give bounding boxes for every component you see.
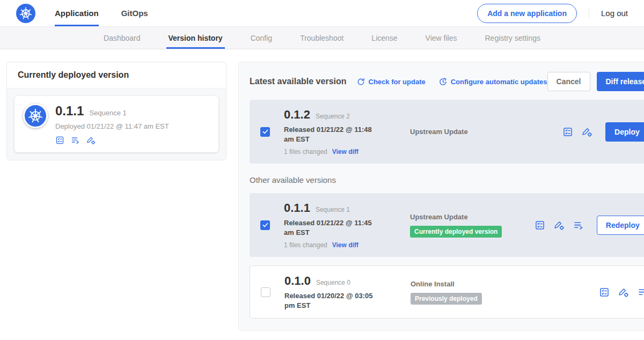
helm-wheel-icon [27,108,43,124]
cancel-button[interactable]: Cancel [547,72,590,91]
currently-deployed-title: Currently deployed version [7,62,226,88]
latest-version-header: Latest available version Check for updat… [250,72,644,91]
tab-license[interactable]: License [357,27,411,49]
diff-releases-button[interactable]: Diff releases [597,72,644,91]
deployed-version-details: 0.1.1 Sequence 1 Deployed 01/21/22 @ 11:… [55,104,169,145]
auto-update-clock-icon [438,77,448,86]
version-number: 0.1.0 [284,274,311,288]
files-changed-label: 1 files changed [284,241,327,249]
deployed-sequence: Sequence 1 [89,109,126,117]
view-diff-link[interactable]: View diff [332,241,358,249]
tab-version-history[interactable]: Version history [155,27,237,49]
version-actions [599,287,644,298]
view-diff-link[interactable]: View diff [332,148,358,156]
deployed-timestamp: Deployed 01/21/22 @ 11:47 am EST [55,122,169,130]
version-history-panel: Latest available version Check for updat… [238,62,644,331]
check-icon [262,128,269,135]
app-logo-badge [23,104,48,128]
main-content: Currently deployed version 0.1.1 Sequenc… [0,49,644,339]
version-released: Released 01/20/22 @ 03:05 pm EST [284,291,384,310]
check-for-update-label: Check for update [369,78,426,86]
config-edit-icon[interactable] [86,136,96,145]
version-row-0-1-1: 0.1.1 Sequence 1 Released 01/21/22 @ 11:… [250,193,644,257]
currently-deployed-badge: Currently deployed version [410,226,502,238]
version-info: 0.1.2 Sequence 2 Released 01/21/22 @ 11:… [284,108,394,156]
files-changed-label: 1 files changed [284,148,327,156]
config-edit-icon[interactable] [554,220,565,231]
tab-registry-settings[interactable]: Registry settings [471,27,554,49]
version-info: 0.1.0 Sequence 0 Released 01/20/22 @ 03:… [284,274,394,310]
other-available-versions-title: Other available versions [250,175,644,184]
tab-troubleshoot[interactable]: Troubleshoot [286,27,357,49]
version-sequence: Sequence 1 [316,206,350,213]
deployed-version-number: 0.1.1 [55,104,84,119]
version-released: Released 01/21/22 @ 11:45 am EST [284,218,383,237]
topnav-right: Add a new application Log out [477,4,628,23]
check-for-update-link[interactable]: Check for update [356,77,426,86]
source-label: Online Install [411,280,599,288]
tab-config[interactable]: Config [237,27,286,49]
refresh-icon [356,77,365,86]
tab-gitops[interactable]: GitOps [121,0,148,26]
source-label: Upstream Update [410,128,562,136]
version-row-0-1-2: 0.1.2 Sequence 2 Released 01/21/22 @ 11:… [250,100,644,164]
version-source: Upstream Update [410,128,562,136]
version-number: 0.1.1 [284,201,310,215]
top-navbar: Application GitOps Add a new application… [0,0,644,27]
deploy-logs-icon[interactable] [71,136,80,145]
source-label: Upstream Update [410,213,535,221]
helm-wheel-icon [19,6,33,20]
tab-view-files[interactable]: View files [412,27,471,49]
version-actions: Deploy [562,122,644,142]
deployed-action-icons [55,136,169,145]
version-checkbox[interactable] [261,287,270,297]
deploy-button[interactable]: Deploy [605,122,644,142]
release-notes-icon[interactable] [599,287,610,298]
version-number: 0.1.2 [284,108,310,122]
configure-automatic-updates-link[interactable]: Configure automatic updates [438,77,547,86]
version-released: Released 01/21/22 @ 11:48 am EST [284,125,383,144]
add-new-application-button[interactable]: Add a new application [477,4,577,23]
logout-link[interactable]: Log out [589,9,628,18]
config-edit-icon[interactable] [618,287,629,298]
release-notes-icon[interactable] [562,127,573,137]
app-subnav: Dashboard Version history Config Trouble… [0,27,644,49]
currently-deployed-panel: Currently deployed version 0.1.1 Sequenc… [6,62,226,160]
check-icon [262,221,269,228]
version-row-0-1-0: 0.1.0 Sequence 0 Released 01/20/22 @ 03:… [250,265,644,319]
header-buttons: Cancel Diff releases [547,72,644,91]
config-edit-icon[interactable] [582,127,592,137]
release-notes-icon[interactable] [535,220,545,231]
version-sequence: Sequence 0 [316,279,350,286]
update-links: Check for update Configure automatic upd… [356,77,547,86]
configure-automatic-updates-label: Configure automatic updates [451,78,547,86]
deploy-logs-icon[interactable] [573,220,584,231]
version-source: Online Install Previously deployed [411,280,599,305]
tab-application[interactable]: Application [55,0,99,26]
version-checkbox[interactable] [260,220,270,230]
topnav-tabs: Application GitOps [55,0,171,26]
version-sequence: Sequence 2 [316,113,350,120]
release-notes-icon[interactable] [55,136,64,145]
previously-deployed-badge: Previously deployed [411,293,482,305]
deployed-version-card: 0.1.1 Sequence 1 Deployed 01/21/22 @ 11:… [14,96,218,152]
version-info: 0.1.1 Sequence 1 Released 01/21/22 @ 11:… [284,201,394,249]
kubernetes-logo[interactable] [16,4,35,23]
redeploy-button[interactable]: Redeploy [597,216,644,235]
version-source: Upstream Update Currently deployed versi… [410,213,535,238]
version-actions: Redeploy [535,216,644,235]
version-checkbox[interactable] [260,127,270,137]
deploy-logs-icon[interactable] [638,287,644,298]
currently-deployed-body: 0.1.1 Sequence 1 Deployed 01/21/22 @ 11:… [7,88,226,160]
tab-dashboard[interactable]: Dashboard [90,27,155,49]
latest-version-title: Latest available version [250,77,347,86]
